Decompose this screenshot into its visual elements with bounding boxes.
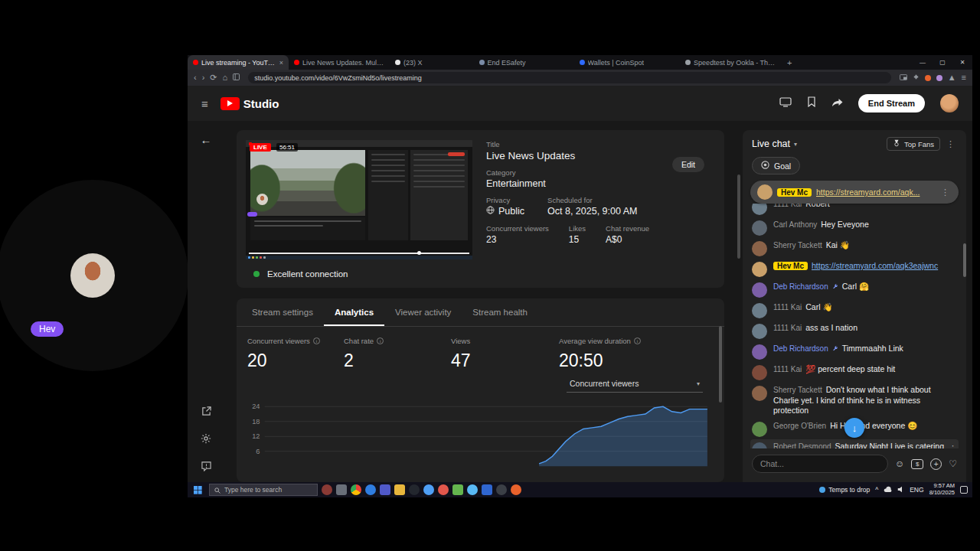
back-icon[interactable]: ‹: [194, 73, 197, 82]
chat-message[interactable]: Hev Mchttps://streamyard.com/aqk3eajwnc: [750, 259, 959, 279]
taskbar-app-icon[interactable]: [409, 484, 420, 495]
taskbar-app-icon[interactable]: [351, 484, 361, 495]
chat-message[interactable]: Robert DesmondSaturday Night Live is cat…: [750, 439, 959, 448]
picture-in-picture-icon[interactable]: [900, 73, 907, 82]
address-bar[interactable]: studio.youtube.com/video/6VwZsmiNd5o/liv…: [248, 72, 890, 83]
account-avatar[interactable]: [940, 94, 959, 112]
cloud-icon[interactable]: [884, 486, 892, 494]
taskbar-app-icon[interactable]: [365, 484, 376, 495]
stream-preview-player[interactable]: LIVE 56:51: [246, 140, 472, 259]
browser-tab[interactable]: Speedtest by Ookla - The Global Broadb..…: [680, 55, 781, 70]
start-button-icon[interactable]: [190, 486, 205, 494]
chat-menu-icon[interactable]: ⋮: [944, 139, 957, 149]
window-controls: — ▢ ✕: [913, 55, 972, 70]
edit-button[interactable]: Edit: [672, 157, 704, 172]
taskbar-app-icon[interactable]: [322, 484, 332, 495]
analytics-metric: Chat ratei2: [344, 337, 451, 371]
end-stream-button[interactable]: End Stream: [858, 94, 925, 112]
analytics-tab[interactable]: Viewer activity: [384, 298, 462, 326]
browser-tab[interactable]: End ESafety: [474, 55, 531, 70]
settings-gear-icon[interactable]: [201, 433, 211, 447]
pinned-message-link[interactable]: https://streamyard.com/aqk...: [816, 187, 934, 197]
chat-scrollbar[interactable]: [963, 243, 966, 277]
browser-tab[interactable]: Live streaming - YouTube Studio×: [188, 55, 289, 70]
pinned-menu-icon[interactable]: ⋮: [939, 187, 952, 197]
browser-menu-icon[interactable]: ≡: [962, 73, 966, 82]
language-indicator[interactable]: ENG: [910, 486, 923, 494]
chat-message[interactable]: 1111 Kaiass as I nation: [750, 321, 959, 341]
taskbar-app-icon[interactable]: [336, 484, 347, 495]
info-icon[interactable]: i: [313, 337, 320, 344]
rewards-icon[interactable]: [925, 75, 931, 81]
feedback-icon[interactable]: [201, 461, 211, 474]
news-widget[interactable]: Temps to drop: [819, 486, 870, 494]
notification-center-icon[interactable]: [960, 486, 968, 494]
reader-mode-icon[interactable]: [233, 73, 240, 82]
window-minimize-button[interactable]: —: [913, 55, 933, 70]
message-menu-icon[interactable]: ⋮: [949, 443, 957, 448]
taskbar-app-icon[interactable]: [394, 484, 405, 495]
tray-chevron-icon[interactable]: ^: [875, 486, 878, 494]
chat-message[interactable]: 1111 KaiRobert: [750, 204, 959, 217]
open-external-icon[interactable]: [201, 406, 211, 419]
tab-close-icon[interactable]: ×: [279, 59, 283, 67]
taskbar-search[interactable]: [209, 484, 318, 496]
studio-body: ←: [188, 121, 972, 482]
taskbar-app-icon[interactable]: [452, 484, 463, 495]
search-input[interactable]: [224, 486, 312, 494]
chat-message[interactable]: Deb RichardsonCarl 🤗: [750, 279, 959, 300]
browser-tab[interactable]: Wallets | CoinSpot: [574, 55, 650, 70]
profile-icon[interactable]: [936, 75, 942, 81]
extension-icon[interactable]: [913, 73, 920, 82]
speaker-icon[interactable]: [897, 486, 904, 494]
add-icon[interactable]: +: [930, 458, 942, 470]
page-scrollbar[interactable]: [735, 121, 743, 482]
alert-icon[interactable]: ▲: [948, 73, 956, 82]
studio-logo[interactable]: Studio: [220, 97, 279, 110]
emoji-icon[interactable]: ☺: [895, 458, 904, 469]
taskbar-clock[interactable]: 9:57 AM 8/10/2025: [929, 483, 955, 496]
forward-icon[interactable]: ›: [202, 73, 205, 82]
browser-tab[interactable]: Live News Updates. Multistream test.: [289, 55, 390, 70]
scroll-to-bottom-button[interactable]: ↓: [844, 418, 864, 438]
home-icon[interactable]: ⌂: [223, 73, 228, 82]
analytics-tab[interactable]: Stream health: [462, 298, 538, 326]
new-tab-button[interactable]: +: [781, 58, 798, 67]
taskbar-app-icon[interactable]: [496, 484, 507, 495]
bookmark-icon[interactable]: [807, 96, 816, 110]
chart-metric-dropdown[interactable]: Concurrent viewers ▾: [567, 377, 703, 393]
window-maximize-button[interactable]: ▢: [933, 55, 952, 70]
window-close-button[interactable]: ✕: [952, 55, 972, 70]
share-icon[interactable]: [831, 96, 843, 110]
taskbar-app-icon[interactable]: [511, 484, 521, 495]
info-icon[interactable]: i: [377, 337, 384, 344]
chat-message[interactable]: 1111 Kai💯 percent deep state hit: [750, 362, 959, 383]
heart-icon[interactable]: ♡: [949, 458, 957, 469]
goal-button[interactable]: Goal: [752, 157, 800, 174]
player-progress-bar[interactable]: [249, 253, 469, 254]
chat-message[interactable]: 1111 KaiCarl 👋: [750, 300, 959, 321]
super-chat-icon[interactable]: $: [911, 459, 923, 469]
chat-message[interactable]: Carl AnthonyHey Eveyone: [750, 217, 959, 238]
analytics-tab[interactable]: Analytics: [324, 298, 384, 326]
taskbar-app-icon[interactable]: [423, 484, 434, 495]
stream-monitor-icon[interactable]: [779, 96, 792, 110]
taskbar-app-icon[interactable]: [467, 484, 478, 495]
taskbar-app-icon[interactable]: [380, 484, 390, 495]
chevron-down-icon[interactable]: ▾: [794, 141, 797, 148]
back-arrow-icon[interactable]: ←: [201, 133, 212, 146]
chat-message[interactable]: Deb RichardsonTimmmaahh Link: [750, 341, 959, 362]
taskbar-app-icon[interactable]: [438, 484, 449, 495]
chat-message[interactable]: Sherry TackettKai 👋: [750, 238, 959, 259]
hamburger-menu-icon[interactable]: ≡: [201, 97, 208, 110]
info-icon[interactable]: i: [634, 337, 641, 344]
analytics-tab[interactable]: Stream settings: [241, 298, 324, 326]
reload-icon[interactable]: ⟳: [210, 73, 217, 82]
browser-tab[interactable]: (23) X: [390, 55, 428, 70]
top-fans-button[interactable]: Top Fans: [887, 137, 940, 151]
chat-message[interactable]: Sherry TackettDon't know what I think ab…: [750, 383, 959, 419]
analytics-scrollbar[interactable]: [719, 326, 722, 403]
pinned-message[interactable]: Hev Mc https://streamyard.com/aqk... ⋮: [750, 181, 959, 204]
chat-input[interactable]: [752, 455, 888, 473]
taskbar-app-icon[interactable]: [482, 484, 492, 495]
